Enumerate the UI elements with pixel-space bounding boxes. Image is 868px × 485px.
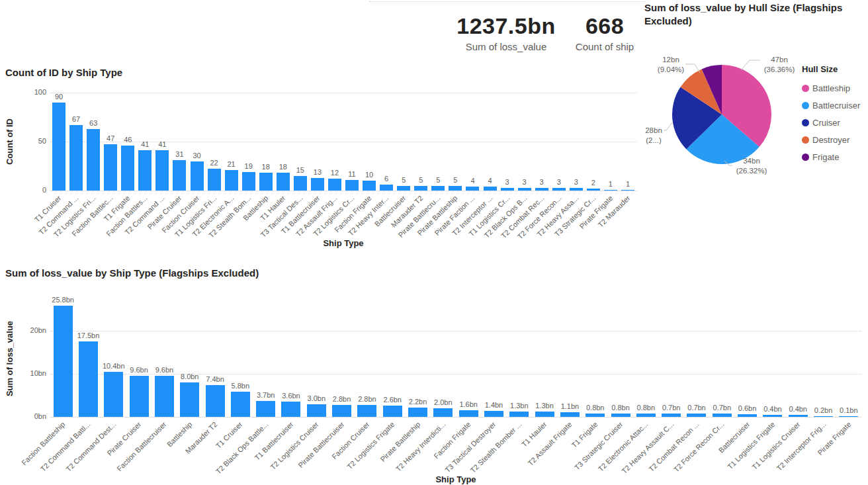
gridline	[50, 331, 861, 331]
bar-faction-battlecruiser[interactable]	[155, 376, 174, 417]
bar-t2-electronic-a[interactable]	[225, 170, 238, 191]
legend-item-destroyer[interactable]: Destroyer	[802, 131, 860, 148]
bar-battleship[interactable]	[180, 382, 199, 417]
bar-t1-battlecruiser[interactable]	[281, 402, 300, 417]
chart2-title: Sum of loss_value by Ship Type (Flagship…	[5, 267, 259, 280]
bar-pirate-battleship[interactable]	[449, 186, 462, 191]
bar-t1-battlecruiser[interactable]	[311, 178, 324, 191]
bar-pirate-cruiser[interactable]	[130, 376, 149, 417]
pie-label-battlecruiser-value: 34bn	[733, 156, 770, 166]
pie-legend-title: Hull Size	[802, 64, 860, 74]
chart2-x-axis: Faction BattleshipT2 Command Battl...T2 …	[50, 417, 861, 476]
bar-pirate-battlecruiser[interactable]	[332, 405, 351, 417]
chart2-y-axis-title: Sum of loss_value	[5, 321, 15, 396]
legend-item-label: Frigate	[812, 152, 839, 162]
bar-value-label: 63	[78, 119, 108, 127]
bar-t1-hauler[interactable]	[535, 412, 554, 417]
y-axis-tick-label: 20bn	[19, 326, 46, 334]
bar-t2-stealth-bom[interactable]	[242, 172, 255, 191]
legend-item-label: Destroyer	[812, 135, 849, 145]
count-of-id-by-ship-type-chart: Count of ID by Ship Type Count of ID 050…	[0, 61, 640, 259]
bar-value-label: 90	[44, 93, 74, 101]
bar-t2-stealth-bomber[interactable]	[509, 412, 529, 417]
pie-label-battleship-value: 47bn	[761, 55, 797, 65]
kpi-sum-loss-value-label: Sum of loss_value	[456, 41, 556, 52]
chart2-plot-area: 0bn10bn20bn25.8bn17.5bn10.4bn9.6bn9.6bn8…	[50, 301, 861, 417]
legend-color-dot	[802, 119, 809, 126]
y-axis-tick-label: 50	[19, 137, 46, 145]
pie-legend: Hull Size BattleshipBattlecruiserCruiser…	[802, 64, 860, 165]
top-gridline	[369, 1, 646, 2]
bar-t2-heavy-inter[interactable]	[380, 185, 393, 191]
bar-t2-assault-frigate[interactable]	[560, 412, 580, 417]
loss-value-by-ship-type-chart: Sum of loss_value by Ship Type (Flagship…	[0, 261, 868, 485]
bar-t2-black-ops-battle[interactable]	[256, 401, 275, 417]
bar-t2-assault-frig[interactable]	[328, 179, 341, 191]
bar-pirate-cruiser[interactable]	[173, 160, 186, 191]
bar-value-label: 30	[182, 152, 212, 159]
bar-faction-battles[interactable]	[138, 150, 152, 191]
bar-t1-cruiser[interactable]	[231, 392, 250, 417]
bar-value-label: 25.8bn	[48, 296, 78, 304]
legend-color-dot	[802, 102, 809, 109]
bar-battlecruiser[interactable]	[397, 186, 410, 191]
bar-t1-frigate[interactable]	[121, 146, 134, 191]
legend-item-label: Battleship	[812, 83, 850, 93]
bar-value-label: 0.1bn	[834, 406, 864, 414]
chart1-title: Count of ID by Ship Type	[5, 66, 122, 79]
kpi-count-of-ship-number: 668	[565, 13, 644, 39]
pie-label-battlecruiser: 34bn (26.32%)	[733, 156, 770, 176]
bar-pirate-battlecru[interactable]	[431, 186, 445, 191]
bar-marauder-t2[interactable]	[206, 385, 225, 417]
bar-value-label: 17.5bn	[73, 331, 103, 339]
bar-t2-logistics-cr[interactable]	[345, 180, 359, 191]
pie-label-destroyer: 12bn (9.04%)	[655, 55, 687, 75]
legend-item-cruiser[interactable]: Cruiser	[802, 114, 860, 131]
bar-faction-battleship[interactable]	[54, 306, 73, 417]
bar-t1-hauler[interactable]	[277, 173, 290, 191]
pie-label-destroyer-value: 12bn	[655, 55, 687, 65]
gridline	[50, 374, 861, 375]
bar-pirate-battleship[interactable]	[408, 408, 427, 417]
gridline	[50, 93, 636, 93]
loss-value-by-hull-size-pie-chart: Sum of loss_value by Hull Size (Flagship…	[642, 0, 868, 198]
bar-marauder-t2[interactable]	[414, 186, 427, 191]
pie-label-cruiser-pct: (2...)	[640, 136, 667, 146]
bar-t2-command-battl[interactable]	[79, 341, 98, 417]
pie-label-battleship: 47bn (36.36%)	[761, 55, 797, 75]
bar-t3-tactical-destroyer[interactable]	[484, 411, 503, 417]
legend-color-dot	[802, 154, 809, 161]
bar-t2-command[interactable]	[69, 125, 83, 191]
pie-label-leader-line	[741, 60, 760, 70]
bar-faction-frigate[interactable]	[459, 410, 478, 417]
chart2-x-axis-title: Ship Type	[50, 474, 861, 484]
chart1-x-axis-title: Ship Type	[50, 238, 636, 248]
bar-t2-logistics-frigate[interactable]	[383, 406, 402, 417]
kpi-count-of-ship-label: Count of ship	[565, 41, 644, 52]
y-axis-tick-label: 0bn	[19, 412, 46, 420]
chart1-plot-area: 0501009067634746414131302221191818151312…	[50, 93, 636, 191]
kpi-count-of-ship: 668 Count of ship	[565, 13, 644, 52]
pie-label-battlecruiser-pct: (26.32%)	[733, 166, 770, 176]
legend-item-label: Cruiser	[812, 118, 840, 128]
bar-t2-logistics-cruiser[interactable]	[307, 404, 326, 418]
legend-item-label: Battlecruiser	[812, 101, 860, 110]
bar-t2-command-dest[interactable]	[104, 372, 123, 417]
bar-t3-tactical-des[interactable]	[294, 176, 307, 191]
legend-item-battlecruiser[interactable]: Battlecruiser	[802, 97, 860, 114]
bar-battleship[interactable]	[259, 173, 273, 191]
pie-label-cruiser: 28bn (2...)	[640, 126, 667, 146]
kpi-sum-loss-value: 1237.5bn Sum of loss_value	[456, 13, 556, 52]
y-axis-tick-label: 0	[19, 186, 46, 194]
legend-item-battleship[interactable]: Battleship	[802, 79, 860, 97]
legend-item-frigate[interactable]: Frigate	[802, 148, 860, 165]
legend-color-dot	[802, 85, 809, 92]
bar-faction-battlec[interactable]	[104, 144, 117, 191]
bar-faction-cruiser[interactable]	[357, 405, 376, 417]
bar-t2-heavy-interdicti[interactable]	[433, 408, 453, 417]
bar-value-label: 1	[613, 180, 643, 188]
kpi-card: 1237.5bn Sum of loss_value 668 Count of …	[456, 13, 644, 52]
bar-value-label: 5.8bn	[225, 382, 255, 390]
pie-label-destroyer-pct: (9.04%)	[655, 65, 687, 75]
bar-t1-logistics-fri[interactable]	[208, 169, 221, 191]
